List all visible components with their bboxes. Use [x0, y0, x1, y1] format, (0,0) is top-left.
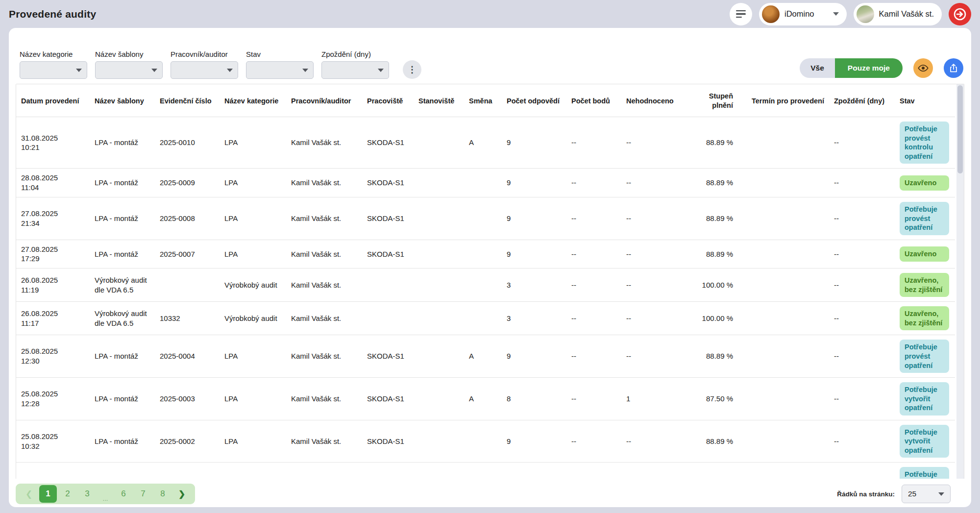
visibility-button[interactable]: [913, 58, 933, 78]
filter-select-dropdown[interactable]: [321, 61, 389, 79]
column-header[interactable]: Počet odpovědí: [502, 84, 566, 117]
cell-category: LPA: [220, 335, 286, 378]
cell-workplace: SKODA-S1: [362, 117, 414, 169]
previous-page-button[interactable]: ❮: [21, 485, 37, 503]
user-name: Kamil Vašák st.: [879, 9, 934, 19]
card-footer: ❮123...678❯ Řádků na stránku: 25: [16, 484, 964, 504]
column-header[interactable]: Název šablony: [90, 84, 155, 117]
next-page-button[interactable]: ❯: [173, 485, 190, 503]
filter-select-dropdown[interactable]: [20, 61, 87, 79]
table-row[interactable]: 27.08.202517:29LPA - montáž2025-0007LPAK…: [16, 240, 955, 269]
filter-bar: Název kategorieNázev šablonyPracovník/au…: [16, 34, 964, 79]
cell-due: [747, 378, 829, 420]
scrollbar-thumb[interactable]: [957, 85, 963, 173]
column-header[interactable]: Směna: [464, 84, 502, 117]
cell-points: --: [566, 378, 621, 420]
filter-select-dropdown[interactable]: [95, 61, 163, 79]
cell-auditor: Kamil Vašák st.: [286, 420, 362, 463]
time-text: 10:32: [21, 441, 85, 451]
table-row[interactable]: 31.08.202510:21LPA - montáž2025-0010LPAK…: [16, 117, 955, 169]
topbar-right: iDomino Kamil Vašák st.: [730, 3, 971, 25]
cell-points: --: [566, 302, 621, 335]
cell-due: [747, 420, 829, 463]
cell-answers: 9: [502, 169, 566, 197]
cell-unrated: --: [621, 302, 685, 335]
table-row[interactable]: 25.08.202510:32LPA - montáž2025-0002LPAK…: [16, 420, 955, 463]
cell-status: Potřebuje vytvořit opatření: [896, 420, 955, 463]
column-header[interactable]: Název kategorie: [220, 84, 286, 117]
cell-station: [414, 335, 464, 378]
page-button-1[interactable]: 1: [39, 485, 57, 503]
cell-shift: [464, 463, 502, 479]
page-button-3[interactable]: 3: [78, 485, 96, 503]
more-options-button[interactable]: ⋮: [403, 60, 421, 79]
cell-workplace: [362, 302, 414, 335]
cell-delay: --: [829, 420, 896, 463]
column-header[interactable]: Nehodnoceno: [621, 84, 685, 117]
view-all-button[interactable]: Vše: [800, 58, 835, 78]
cell-workplace: SKODA-S1: [362, 197, 414, 240]
cell-delay: --: [829, 117, 896, 169]
cell-datetime: 25.08.202512:28: [16, 378, 90, 420]
table-row[interactable]: 26.08.202511:17Výrobkový audit dle VDA 6…: [16, 302, 955, 335]
status-badge: Potřebuje vytvořit opatření: [900, 382, 949, 415]
cell-delay: --: [829, 197, 896, 240]
page-button-6[interactable]: 6: [115, 485, 132, 503]
column-header[interactable]: Pracovník/auditor: [286, 84, 362, 117]
column-header[interactable]: Datum provedení: [16, 84, 90, 117]
user-chip[interactable]: Kamil Vašák st.: [854, 3, 942, 25]
share-icon: [948, 63, 959, 73]
cell-category: Výrobkobý audit: [220, 269, 286, 302]
status-badge: Uzavřeno, bez zjištění: [900, 306, 949, 330]
logout-button[interactable]: [949, 3, 971, 25]
cell-auditor: Kamil Vašák st.: [286, 117, 362, 169]
menu-button[interactable]: [730, 3, 752, 25]
cell-station: [414, 197, 464, 240]
column-header[interactable]: Stupeň plnění: [685, 84, 747, 117]
column-header[interactable]: Pracoviště: [362, 84, 414, 117]
cell-unrated: 1: [621, 378, 685, 420]
filter-select-dropdown[interactable]: [246, 61, 314, 79]
cell-workplace: SKODA-S1: [362, 169, 414, 197]
cell-due: [747, 169, 829, 197]
export-button[interactable]: [944, 58, 963, 78]
cell-auditor: Kamil Vašák st.: [286, 463, 362, 479]
page-button-2[interactable]: 2: [59, 485, 76, 503]
status-badge: Potřebuje provést kontrolu opatření: [900, 122, 949, 164]
eye-icon: [917, 62, 929, 74]
workspace-selector[interactable]: iDomino: [759, 3, 847, 25]
view-mine-button[interactable]: Pouze moje: [835, 58, 903, 78]
table-row[interactable]: 25.08.202512:30LPA - montáž2025-0004LPAK…: [16, 335, 955, 378]
column-header[interactable]: Zpoždění (dny): [829, 84, 896, 117]
status-badge: Potřebuje vytvořit opatření: [900, 467, 949, 479]
table-row[interactable]: 25.08.202512:28LPA - montáž2025-0003LPAK…: [16, 378, 955, 420]
cell-due: [747, 269, 829, 302]
page-button-8[interactable]: 8: [154, 485, 172, 503]
rows-per-page-select[interactable]: 25: [902, 485, 951, 503]
cell-workplace: [362, 269, 414, 302]
cell-points: --: [566, 240, 621, 269]
workspace-avatar: [762, 5, 780, 23]
cell-status: Uzavřeno: [896, 169, 955, 197]
table-row[interactable]: 28.08.202511:04LPA - montáž2025-0009LPAK…: [16, 169, 955, 197]
cell-unrated: --: [621, 117, 685, 169]
column-header[interactable]: Stav: [896, 84, 955, 117]
cell-due: [747, 335, 829, 378]
filter-select-dropdown[interactable]: [171, 61, 238, 79]
table-row[interactable]: 26.08.202511:19Výrobkový audit dle VDA 6…: [16, 269, 955, 302]
rows-per-page-label: Řádků na stránku:: [837, 490, 895, 498]
page-button-7[interactable]: 7: [134, 485, 152, 503]
column-header[interactable]: Evidenční číslo: [155, 84, 220, 117]
rows-per-page: Řádků na stránku: 25: [837, 485, 964, 503]
filter-label: Název kategorie: [20, 50, 87, 58]
column-header[interactable]: Termín pro provedení: [747, 84, 829, 117]
table-row[interactable]: 27.08.202521:34LPA - montáž2025-0008LPAK…: [16, 197, 955, 240]
column-header[interactable]: Počet bodů: [566, 84, 621, 117]
cell-evidence: [155, 269, 220, 302]
table-row[interactable]: 24.08.2025LPA - montáž2025-0001LPAKamil …: [16, 463, 955, 479]
scrollbar-track[interactable]: [956, 84, 964, 479]
cell-station: [414, 117, 464, 169]
column-header[interactable]: Stanoviště: [414, 84, 464, 117]
cell-points: --: [566, 197, 621, 240]
cell-evidence: 2025-0001: [155, 463, 220, 479]
